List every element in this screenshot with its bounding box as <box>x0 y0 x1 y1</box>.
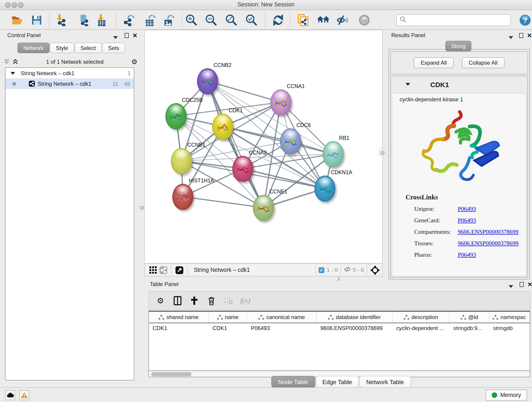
add-column-icon[interactable] <box>189 296 199 306</box>
tab-select[interactable]: Select <box>75 43 102 53</box>
edge-HIST1H1A-CCNE1[interactable] <box>183 197 264 208</box>
table-cell[interactable]: stringdb <box>489 323 530 334</box>
node-CCNE1[interactable] <box>253 195 274 221</box>
node-CDC25B[interactable] <box>165 103 186 129</box>
network-row-selected[interactable]: String Network – cdk1 11 48 <box>6 78 134 89</box>
tab-network[interactable]: Network <box>17 43 50 53</box>
collapse-all-button[interactable]: Collapse All <box>462 57 504 68</box>
help-icon[interactable]: ? <box>519 13 532 26</box>
node-CCNA1[interactable] <box>270 89 291 115</box>
scrollbar-thumb[interactable] <box>151 372 191 376</box>
copy-style-icon[interactable] <box>297 13 309 26</box>
gene-section: CDK1 cyclin-dependent kinase 1 <box>390 76 528 278</box>
zoom-in-icon[interactable] <box>185 13 198 26</box>
gene-collapse-icon[interactable] <box>405 83 410 86</box>
tab-string[interactable]: String <box>445 41 472 51</box>
column-header--id[interactable]: @id <box>450 312 490 323</box>
node-CCNB2[interactable] <box>197 68 218 95</box>
control-panel-close-icon[interactable]: ✕ <box>133 33 138 38</box>
crosslinks-heading: CrossLinks <box>405 193 526 201</box>
zoom-selected-icon[interactable] <box>245 13 258 26</box>
protein-ribbon-thumbnail <box>169 112 183 124</box>
birds-eye-view-icon[interactable] <box>148 265 158 275</box>
node-CCNA2[interactable] <box>232 156 253 182</box>
node-CDC6[interactable] <box>280 128 301 154</box>
tab-network-table[interactable]: Network Table <box>360 376 411 388</box>
delete-column-icon[interactable] <box>206 296 216 306</box>
collection-expand-icon[interactable] <box>11 72 15 75</box>
table-row[interactable]: CDK1CDK1P064939606.ENSP00000378699cyclin… <box>149 323 530 334</box>
search-input[interactable] <box>406 17 510 24</box>
table-panel-close-icon[interactable]: ✕ <box>527 282 532 287</box>
tab-style[interactable]: Style <box>50 43 74 53</box>
tab-node-table[interactable]: Node Table <box>271 376 315 388</box>
node-HIST1H1A[interactable] <box>172 184 193 210</box>
refresh-icon[interactable] <box>272 13 285 26</box>
string-panel-toggle-icon[interactable] <box>158 265 168 275</box>
detach-view-icon[interactable] <box>174 265 184 275</box>
export-image-icon[interactable] <box>162 13 175 26</box>
table-cell[interactable]: CDK1 <box>209 323 247 334</box>
column-header-description[interactable]: description <box>393 312 450 323</box>
import-table-icon[interactable] <box>95 13 108 26</box>
column-header-shared-name[interactable]: shared name <box>149 312 209 323</box>
toolbar-search[interactable] <box>396 14 511 26</box>
crosslink-link[interactable]: 9606.ENSP00000378699 <box>458 228 519 236</box>
crosslink-link[interactable]: P06493 <box>458 251 476 259</box>
import-network-from-database-icon[interactable] <box>77 13 90 26</box>
column-header-namespac[interactable]: namespac <box>489 312 530 323</box>
crosslink-label: Uniprot: <box>414 205 458 213</box>
fit-content-icon[interactable] <box>370 265 380 275</box>
table-cell[interactable]: cyclin-dependent ... <box>393 323 450 334</box>
node-CDKN1A[interactable] <box>314 176 336 202</box>
zoom-fit-icon[interactable] <box>225 13 238 26</box>
node-CDK1[interactable] <box>212 114 233 140</box>
control-panel-float-icon[interactable] <box>113 34 118 40</box>
expand-all-button[interactable]: Expand All <box>414 57 454 68</box>
column-header-canonical-name[interactable]: canonical name <box>247 312 317 323</box>
table-cell[interactable]: stringdb:9... <box>450 323 490 334</box>
table-cell[interactable]: P06493 <box>247 323 317 334</box>
node-RB1[interactable] <box>323 141 344 167</box>
tab-sets[interactable]: Sets <box>102 43 125 53</box>
save-session-icon[interactable] <box>30 13 43 26</box>
table-cell[interactable]: 9606.ENSP00000378699 <box>317 323 393 334</box>
cloud-status-icon[interactable] <box>5 390 15 400</box>
network-options-gear-icon[interactable]: ⚙ <box>131 58 138 66</box>
table-panel-float-icon[interactable] <box>509 283 513 289</box>
export-network-icon[interactable] <box>122 13 135 26</box>
results-panel-float-icon[interactable] <box>509 34 513 40</box>
zoom-out-icon[interactable] <box>205 13 218 26</box>
home-networks-icon[interactable] <box>317 13 330 26</box>
warning-status-icon[interactable] <box>19 390 29 400</box>
table-cell[interactable]: CDK1 <box>149 323 209 334</box>
control-panel-maximize-icon[interactable] <box>125 33 129 39</box>
results-panel-close-icon[interactable]: ✕ <box>527 33 532 38</box>
edge-CCNB2-CCNE1[interactable] <box>208 81 264 208</box>
selected-nodes-checkbox[interactable]: ✓ <box>318 267 324 273</box>
crosslink-link[interactable]: P06493 <box>458 205 476 213</box>
results-panel-maximize-icon[interactable] <box>519 33 523 39</box>
show-panel-orb-icon[interactable] <box>358 13 371 26</box>
node-label-CDKN1A: CDKN1A <box>331 170 352 175</box>
memory-button[interactable]: Memory <box>486 390 527 401</box>
export-table-icon[interactable] <box>143 13 156 26</box>
table-panel-maximize-icon[interactable] <box>520 282 524 288</box>
hide-panel-eye-icon[interactable] <box>336 13 349 26</box>
tab-edge-table[interactable]: Edge Table <box>316 376 359 388</box>
node-CCNB1[interactable] <box>171 148 192 174</box>
collapse-all-icon[interactable] <box>4 58 10 66</box>
open-session-icon[interactable] <box>11 13 23 26</box>
crosslink-link[interactable]: P06493 <box>458 217 476 224</box>
expand-all-icon[interactable] <box>12 58 18 66</box>
collection-count: 1 <box>128 70 131 76</box>
network-collection-row[interactable]: String Network – cdk1 1 <box>6 68 134 78</box>
crosslink-link[interactable]: 9606.ENSP00000378699 <box>458 240 519 247</box>
network-status-dot <box>12 82 16 85</box>
network-view[interactable]: CCNB2CCNA1CDC25BCDK1CDC6RB1CCNB1CCNA2CDK… <box>144 30 383 264</box>
column-header-database-identifier[interactable]: database identifier <box>317 312 393 323</box>
import-network-icon[interactable] <box>55 13 68 26</box>
table-settings-gear-icon[interactable]: ⚙ <box>155 296 165 306</box>
column-header-name[interactable]: name <box>209 312 247 323</box>
show-columns-icon[interactable] <box>172 296 182 306</box>
